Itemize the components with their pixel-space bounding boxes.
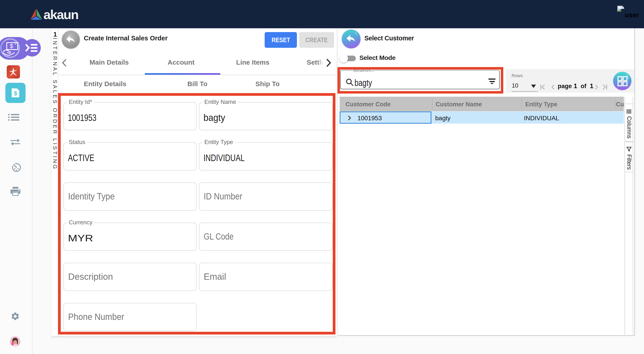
svg-text:$: $ bbox=[10, 43, 13, 49]
svg-text:$: $ bbox=[14, 90, 17, 97]
